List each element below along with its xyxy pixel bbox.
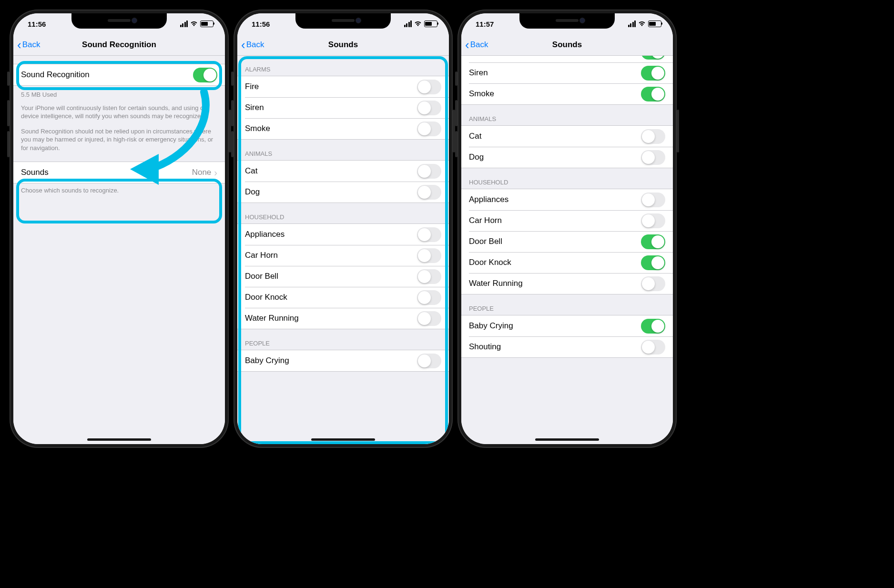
sound-toggle-appliances[interactable] <box>641 193 665 207</box>
sound-toggle-door-bell[interactable] <box>641 234 665 249</box>
sound-toggle-fire[interactable] <box>417 80 441 94</box>
sound-row-cat[interactable]: Cat <box>237 161 449 182</box>
sound-recognition-toggle[interactable] <box>193 68 217 82</box>
sound-row-baby-crying[interactable]: Baby Crying <box>461 315 673 336</box>
sounds-row[interactable]: Sounds None › <box>13 162 225 183</box>
sound-toggle-car-horn[interactable] <box>417 248 441 263</box>
wifi-icon <box>638 21 646 27</box>
sound-toggle-siren[interactable] <box>641 66 665 81</box>
sound-row-baby-crying[interactable]: Baby Crying <box>237 350 449 371</box>
sound-label: Car Horn <box>245 251 417 260</box>
chevron-left-icon: ‹ <box>241 40 245 50</box>
sound-toggle-door-knock[interactable] <box>641 255 665 270</box>
sound-row-fire[interactable]: Fire <box>461 55 673 62</box>
nav-bar: ‹ Back Sound Recognition <box>13 34 225 56</box>
section-header-household: HOUSEHOLD <box>237 203 449 223</box>
sound-row-door-bell[interactable]: Door Bell <box>461 231 673 252</box>
cellular-signal-icon <box>180 20 188 27</box>
back-button[interactable]: ‹ Back <box>237 40 264 50</box>
sound-row-cat[interactable]: Cat <box>461 126 673 147</box>
sound-label: Baby Crying <box>469 321 641 331</box>
sound-row-shouting[interactable]: Shouting <box>461 336 673 357</box>
sound-toggle-dog[interactable] <box>417 185 441 200</box>
back-button[interactable]: ‹ Back <box>461 40 488 50</box>
back-button[interactable]: ‹ Back <box>13 40 40 50</box>
battery-icon <box>424 20 437 27</box>
sound-toggle-cat[interactable] <box>641 129 665 144</box>
sound-toggle-baby-crying[interactable] <box>417 354 441 368</box>
sound-toggle-fire[interactable] <box>641 55 665 60</box>
sound-toggle-shouting[interactable] <box>641 340 665 355</box>
sound-row-water-running[interactable]: Water Running <box>237 308 449 329</box>
home-indicator[interactable] <box>535 438 599 441</box>
sound-recognition-desc-2: Sound Recognition should not be relied u… <box>13 122 225 154</box>
sound-toggle-water-running[interactable] <box>641 276 665 291</box>
home-indicator[interactable] <box>87 438 151 441</box>
sound-row-smoke[interactable]: Smoke <box>461 83 673 104</box>
sound-row-siren[interactable]: Siren <box>461 62 673 83</box>
sound-label: Dog <box>469 152 641 162</box>
sound-row-door-knock[interactable]: Door Knock <box>237 287 449 308</box>
sound-row-dog[interactable]: Dog <box>237 182 449 203</box>
sound-recognition-toggle-row[interactable]: Sound Recognition <box>13 64 225 85</box>
wifi-icon <box>190 21 198 27</box>
back-label: Back <box>470 40 488 50</box>
phone-frame: 11:56 ‹ Back Sounds <box>234 10 453 448</box>
sound-toggle-car-horn[interactable] <box>641 213 665 228</box>
cellular-signal-icon <box>628 20 636 27</box>
cellular-signal-icon <box>404 20 412 27</box>
sound-label: Shouting <box>469 342 641 352</box>
sound-toggle-door-knock[interactable] <box>417 290 441 305</box>
sound-row-car-horn[interactable]: Car Horn <box>237 245 449 266</box>
page-title: Sound Recognition <box>13 40 225 50</box>
status-time: 11:56 <box>252 20 280 28</box>
sound-row-door-knock[interactable]: Door Knock <box>461 252 673 273</box>
chevron-left-icon: ‹ <box>465 40 469 50</box>
sound-row-door-bell[interactable]: Door Bell <box>237 266 449 287</box>
back-label: Back <box>246 40 264 50</box>
sound-label: Smoke <box>469 89 641 99</box>
sound-label: Water Running <box>245 314 417 323</box>
sound-row-dog[interactable]: Dog <box>461 147 673 168</box>
sounds-footer: Choose which sounds to recognize. <box>13 183 225 197</box>
storage-used-label: 5.5 MB Used <box>13 86 225 101</box>
sound-label: Door Bell <box>469 237 641 246</box>
sound-label: Door Knock <box>469 258 641 267</box>
sound-recognition-desc-1: Your iPhone will continuously listen for… <box>13 101 225 122</box>
sound-toggle-water-running[interactable] <box>417 311 441 326</box>
nav-bar: ‹ Back Sounds <box>461 34 673 56</box>
sound-toggle-siren[interactable] <box>417 101 441 115</box>
sound-row-appliances[interactable]: Appliances <box>237 224 449 245</box>
battery-icon <box>648 20 661 27</box>
section-header-alarms: ALARMS <box>237 55 449 76</box>
sound-row-water-running[interactable]: Water Running <box>461 273 673 294</box>
status-time: 11:57 <box>476 20 504 28</box>
sound-label: Cat <box>245 166 417 176</box>
sound-label: Appliances <box>469 195 641 204</box>
sound-toggle-smoke[interactable] <box>417 122 441 136</box>
sound-row-fire[interactable]: Fire <box>237 76 449 97</box>
section-header-household: HOUSEHOLD <box>461 168 673 189</box>
sound-toggle-smoke[interactable] <box>641 87 665 101</box>
page-title: Sounds <box>237 40 449 50</box>
sound-toggle-door-bell[interactable] <box>417 269 441 284</box>
sound-label: Fire <box>245 82 417 91</box>
nav-bar: ‹ Back Sounds <box>237 34 449 56</box>
sound-toggle-dog[interactable] <box>641 150 665 165</box>
sound-toggle-cat[interactable] <box>417 164 441 179</box>
sounds-row-value: None <box>192 168 212 177</box>
phone-frame: 11:57 ‹ Back Sounds <box>457 10 677 448</box>
sound-label: Dog <box>245 187 417 197</box>
sound-row-siren[interactable]: Siren <box>237 97 449 118</box>
chevron-left-icon: ‹ <box>17 40 21 50</box>
sound-row-car-horn[interactable]: Car Horn <box>461 210 673 231</box>
sound-row-smoke[interactable]: Smoke <box>237 118 449 139</box>
section-header-animals: ANIMALS <box>237 140 449 160</box>
sound-toggle-appliances[interactable] <box>417 227 441 242</box>
sound-label: Siren <box>245 103 417 112</box>
sound-toggle-baby-crying[interactable] <box>641 319 665 334</box>
status-time: 11:56 <box>28 20 56 28</box>
sound-row-appliances[interactable]: Appliances <box>461 189 673 210</box>
sound-label: Siren <box>469 68 641 78</box>
home-indicator[interactable] <box>311 438 375 441</box>
